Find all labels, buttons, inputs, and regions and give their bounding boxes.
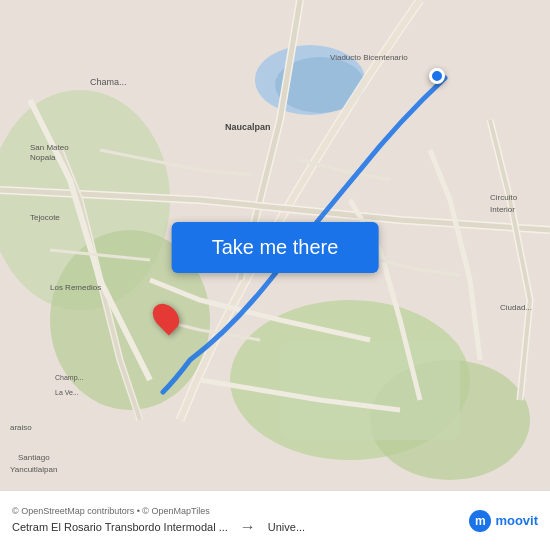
- svg-text:Ciudad...: Ciudad...: [500, 303, 532, 312]
- svg-text:Tejocote: Tejocote: [30, 213, 60, 222]
- destination-marker: [155, 302, 177, 332]
- moovit-logo: m moovit: [469, 510, 538, 532]
- svg-text:Santiago: Santiago: [18, 453, 50, 462]
- footer-arrow-icon: →: [240, 518, 256, 536]
- take-me-there-button[interactable]: Take me there: [172, 222, 379, 273]
- svg-text:araiso: araiso: [10, 423, 32, 432]
- origin-marker: [429, 68, 445, 84]
- footer-to-label: Unive...: [268, 521, 305, 533]
- svg-text:La Ve...: La Ve...: [55, 389, 79, 396]
- svg-text:San Mateo: San Mateo: [30, 143, 69, 152]
- svg-text:Naucalpan: Naucalpan: [225, 122, 271, 132]
- footer-left: © OpenStreetMap contributors • © OpenMap…: [12, 506, 469, 536]
- svg-text:Viaducto Bicentenario: Viaducto Bicentenario: [330, 53, 408, 62]
- map-container: Chama... San Mateo Nopala Tejocote Nauca…: [0, 0, 550, 490]
- moovit-icon: m: [469, 510, 491, 532]
- moovit-text: moovit: [495, 513, 538, 528]
- svg-text:Yancuitlalpan: Yancuitlalpan: [10, 465, 57, 474]
- svg-rect-5: [280, 340, 460, 440]
- attribution-text: © OpenStreetMap contributors • © OpenMap…: [12, 506, 469, 516]
- footer-from-label: Cetram El Rosario Transbordo Intermodal …: [12, 521, 228, 533]
- footer: © OpenStreetMap contributors • © OpenMap…: [0, 490, 550, 550]
- svg-text:Interior: Interior: [490, 205, 515, 214]
- svg-text:Circuito: Circuito: [490, 193, 518, 202]
- svg-text:Nopala: Nopala: [30, 153, 56, 162]
- svg-text:Chama...: Chama...: [90, 77, 127, 87]
- svg-text:Champ...: Champ...: [55, 374, 83, 382]
- svg-text:Los Remedios: Los Remedios: [50, 283, 101, 292]
